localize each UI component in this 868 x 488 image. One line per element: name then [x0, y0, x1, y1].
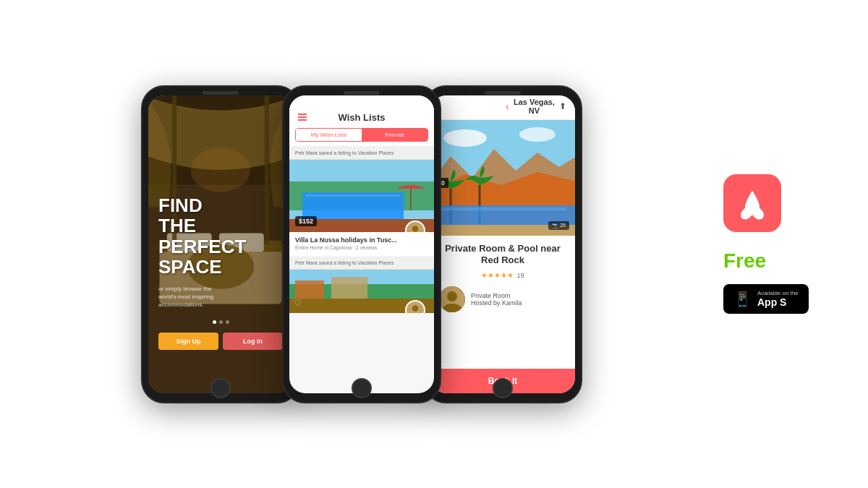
svg-point-35 [447, 291, 457, 301]
app-store-name: App S [757, 296, 799, 308]
screen-2: ●●●○ Verizon 8:07 PM 100% Wish Lists [289, 95, 434, 393]
dot-1 [213, 320, 216, 324]
wish-lists-title: Wish Lists [339, 111, 386, 124]
status-battery-2: 100% [408, 100, 422, 107]
status-bar-2: ●●●○ Verizon 8:07 PM 100% [295, 98, 428, 111]
host-type: Private Room [471, 292, 522, 299]
status-bar-3: ●●●○ Verizon 8:09 PM 100% [436, 99, 503, 112]
dot-2 [219, 320, 223, 324]
phone-2-speaker [344, 91, 380, 95]
phone-1-screen: ●●●●○ Verizon 8:06 PM 100% [148, 95, 293, 393]
listing-image-1: $152 [289, 160, 434, 232]
listing-price-1: $152 [295, 216, 317, 226]
vegas-listing-title: Private Room & Pool near Red Rock [439, 243, 566, 267]
svg-point-27 [443, 129, 487, 147]
svg-rect-32 [436, 207, 566, 210]
menu-icon-2[interactable] [298, 114, 307, 121]
stars-row: ★★★★★ 19 [439, 271, 566, 279]
svg-point-18 [412, 226, 419, 232]
phone-1: ●●●●○ Verizon 8:06 PM 100% [141, 85, 300, 403]
tab-my-wish-lists[interactable]: My Wish Lists [296, 129, 362, 141]
right-panel: Free 📱 Available on the App S [709, 0, 868, 488]
screen-1: ●●●●○ Verizon 8:06 PM 100% [148, 95, 293, 393]
las-vegas-title: Las Vegas, NV [509, 98, 559, 115]
listing-subtitle-1: Entire Home in Capolona · 2 reviews [295, 245, 428, 250]
action-buttons: Sign Up Log In [158, 333, 283, 350]
photo-count: 📷 25 [548, 221, 569, 230]
available-on-text: Available on the [757, 290, 799, 296]
airbnb-logo [723, 174, 781, 232]
listing-card-1[interactable]: $152 Villa La Nussa holidays in Tusc... [289, 160, 434, 256]
airbnb-icon [734, 185, 770, 221]
host-avatar-3 [439, 286, 465, 312]
phone-1-speaker [203, 91, 239, 95]
phone-3-wrapper: ●●●○ Verizon 8:09 PM 100% ‹ Las Vegas, N… [423, 85, 582, 403]
host-info: Private Room Hosted by Kamila [471, 292, 522, 307]
activity-1: Petr Mara saved a listing to Vacation Pl… [289, 147, 434, 160]
hosted-by: Hosted by Kamila [471, 299, 522, 307]
phone-icon: 📱 [733, 291, 752, 308]
status-time-3: 8:09 PM [468, 99, 488, 112]
status-carrier-2: ●●●○ Verizon [301, 100, 336, 107]
free-label: Free [723, 249, 766, 273]
status-time-2: 8:07 PM [361, 100, 383, 107]
phone-2-screen: ●●●○ Verizon 8:07 PM 100% Wish Lists [289, 95, 434, 393]
vegas-info: Private Room & Pool near Red Rock ★★★★★ … [430, 236, 575, 369]
listing-title-1: Villa La Nussa holidays in Tusc... [295, 236, 428, 244]
vegas-image: ♡ $70 📷 25 [430, 120, 575, 236]
phone-2-home[interactable] [352, 378, 372, 398]
svg-point-28 [519, 127, 556, 142]
carousel-dots [158, 320, 283, 324]
review-count: 19 [516, 272, 524, 279]
app-store-badge[interactable]: 📱 Available on the App S [723, 284, 809, 314]
signup-button[interactable]: Sign Up [158, 333, 218, 350]
listing-info-1: Villa La Nussa holidays in Tusc... Entir… [289, 232, 434, 256]
login-button[interactable]: Log In [223, 333, 283, 350]
phone-3: ●●●○ Verizon 8:09 PM 100% ‹ Las Vegas, N… [423, 85, 582, 403]
star-rating: ★★★★★ [481, 271, 514, 279]
screen2-header: ●●●○ Verizon 8:07 PM 100% Wish Lists [289, 95, 434, 147]
screen-3: ●●●○ Verizon 8:09 PM 100% ‹ Las Vegas, N… [430, 95, 575, 393]
sub-text: or simply browse the world's most inspir… [158, 285, 283, 309]
phone-2-wrapper: ●●●○ Verizon 8:07 PM 100% Wish Lists [282, 85, 441, 403]
activity-2: Petr Mara saved a listing to Vacation Pl… [289, 257, 434, 270]
tab-friends[interactable]: Friends [362, 129, 427, 141]
listing-image-2: ♡ [289, 270, 434, 313]
svg-rect-14 [306, 194, 400, 197]
phone-3-home[interactable] [493, 378, 513, 398]
phone-2: ●●●○ Verizon 8:07 PM 100% Wish Lists [282, 85, 441, 403]
phone-1-wrapper: ●●●●○ Verizon 8:06 PM 100% [141, 85, 300, 403]
listing-card-2[interactable]: ♡ [289, 270, 434, 313]
app-store-text: Available on the App S [757, 290, 799, 308]
wish-list-tabs[interactable]: My Wish Lists Friends [295, 128, 428, 142]
screen3-header: ●●●○ Verizon 8:09 PM 100% ‹ Las Vegas, N… [430, 95, 575, 120]
headline-text: FINDTHEPERFECTSPACE [158, 195, 283, 278]
heart-icon-2[interactable]: ♡ [294, 296, 302, 309]
share-icon[interactable]: ⬆ [559, 101, 566, 111]
phone-3-screen: ●●●○ Verizon 8:09 PM 100% ‹ Las Vegas, N… [430, 95, 575, 393]
svg-rect-22 [331, 277, 367, 302]
phones-container: ●●●●○ Verizon 8:06 PM 100% [0, 0, 709, 488]
dot-3 [226, 320, 229, 324]
phone-3-speaker [485, 91, 521, 95]
svg-point-25 [412, 305, 419, 312]
status-battery-3: 100% [488, 102, 503, 108]
host-row: Private Room Hosted by Kamila [439, 286, 566, 312]
